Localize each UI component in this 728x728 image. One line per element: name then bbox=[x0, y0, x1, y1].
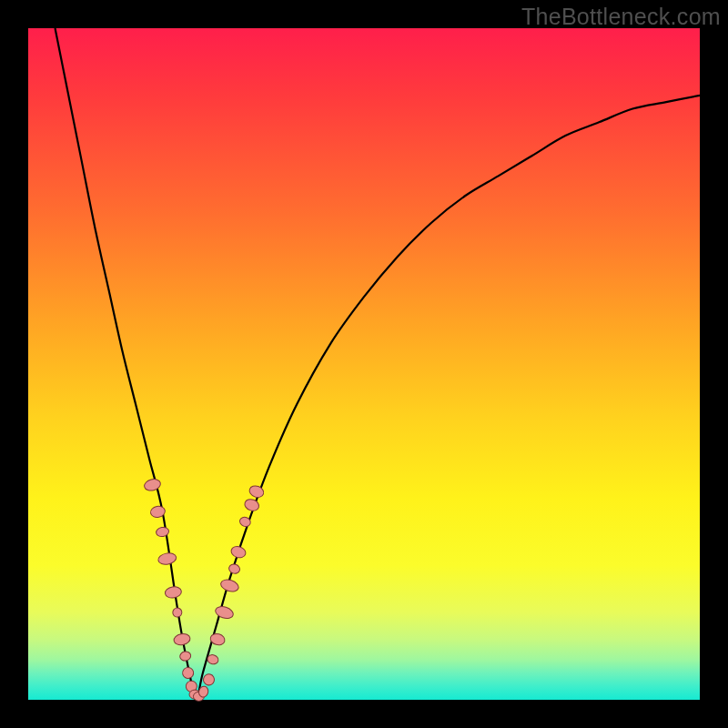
chart-svg bbox=[28, 28, 700, 700]
marker-point bbox=[157, 551, 177, 566]
marker-point bbox=[173, 632, 191, 646]
marker-point bbox=[243, 498, 260, 513]
marker-point bbox=[202, 672, 216, 686]
marker-point bbox=[143, 478, 161, 492]
marker-point bbox=[165, 586, 183, 600]
chart-frame: TheBottleneck.com bbox=[0, 0, 728, 728]
marker-point bbox=[181, 666, 194, 679]
marker-point bbox=[219, 578, 240, 593]
marker-point bbox=[179, 651, 192, 662]
bottleneck-curve bbox=[56, 28, 700, 700]
watermark-text: TheBottleneck.com bbox=[521, 4, 721, 30]
marker-point bbox=[230, 545, 248, 560]
marker-point bbox=[248, 484, 265, 500]
marker-point bbox=[214, 604, 235, 620]
marker-point bbox=[228, 563, 240, 575]
marker-point bbox=[172, 607, 182, 617]
